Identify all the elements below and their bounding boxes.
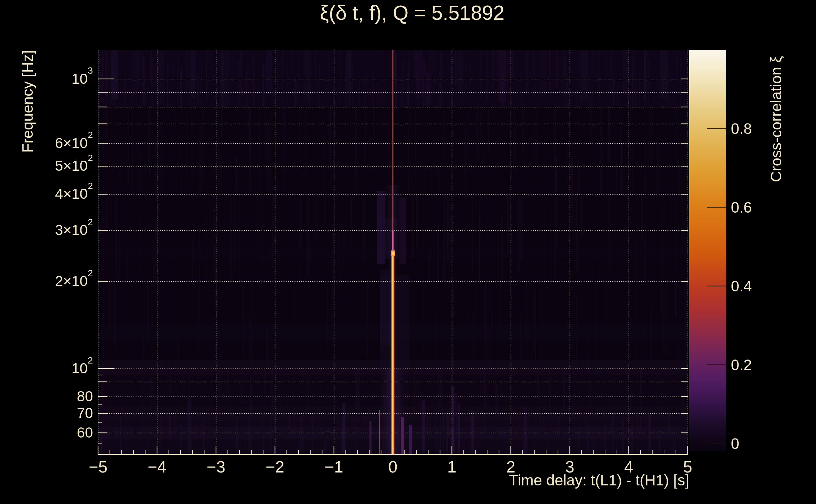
x-tick-label: 2 — [506, 457, 515, 476]
y-tick-label: 102 — [72, 360, 93, 377]
chart-title: ξ(δ t, f), Q = 5.51892 — [98, 1, 726, 25]
x-tick-label: −5 — [89, 457, 107, 476]
heatmap-canvas — [0, 0, 816, 504]
x-tick-label: −4 — [147, 457, 166, 476]
colorbar-tick-label: 0 — [731, 435, 739, 452]
colorbar-tick-label: 0.8 — [731, 120, 752, 137]
colorbar-tick-label: 0.2 — [731, 356, 752, 374]
x-tick-label: −3 — [207, 457, 225, 476]
x-tick-label: 3 — [565, 457, 574, 476]
x-tick-label: 4 — [624, 457, 634, 476]
x-axis-title: Time delay: t(L1) - t(H1) [s] — [248, 472, 689, 489]
y-tick-label: 60 — [77, 424, 93, 441]
x-tick-label: −1 — [325, 457, 343, 476]
y-tick-label: 3×102 — [55, 221, 93, 238]
y-tick-label: 2×102 — [55, 272, 93, 289]
colorbar-title: Cross-correlation ξ — [767, 0, 784, 340]
colorbar-tick-label: 0.6 — [731, 199, 752, 216]
y-tick-label: 4×102 — [55, 185, 93, 202]
x-tick-label: 5 — [683, 457, 693, 476]
colorbar-tick-label: 0.4 — [731, 278, 752, 295]
x-tick-label: −2 — [266, 457, 284, 476]
y-tick-label: 70 — [77, 404, 93, 421]
x-tick-label: 0 — [388, 457, 398, 476]
y-tick-label: 5×102 — [55, 157, 93, 174]
y-tick-label: 6×102 — [55, 134, 93, 151]
x-tick-label: 1 — [447, 457, 457, 476]
y-axis-title: Frequency [Hz] — [19, 0, 35, 322]
y-tick-label: 103 — [72, 70, 93, 87]
y-tick-label: 80 — [77, 388, 93, 405]
